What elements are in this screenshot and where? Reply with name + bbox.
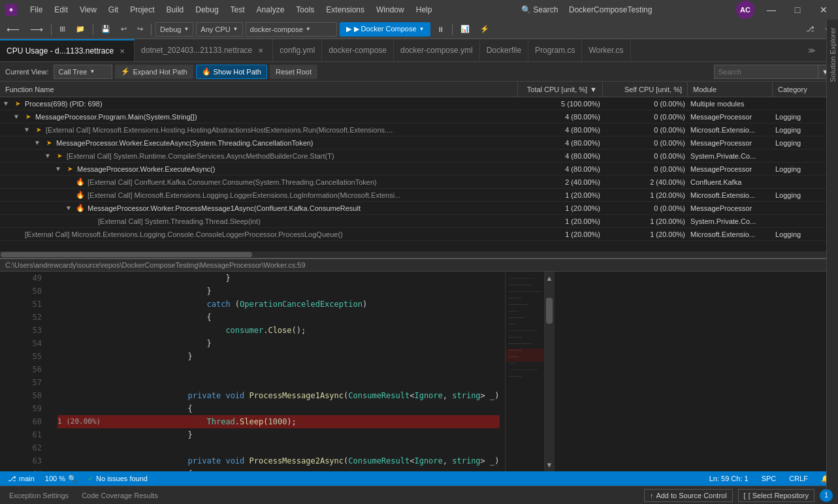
th-self-cpu[interactable]: Self CPU [unit, %] <box>603 82 688 97</box>
table-scrollbar-thumb[interactable] <box>1 252 252 257</box>
table-row[interactable]: ▼ ➤ [External Call] System.Runtime.Compi… <box>0 150 838 163</box>
tab-close-cpu[interactable]: ✕ <box>117 46 127 56</box>
tab-cpu-usage[interactable]: CPU Usage - d...1133.nettrace ✕ <box>0 39 135 61</box>
tab-dotnet[interactable]: dotnet_202403...21133.nettrace ✕ <box>135 39 273 61</box>
undo-button[interactable]: ↩ <box>117 22 131 37</box>
scroll-down-button[interactable]: ▼ <box>545 458 553 471</box>
project-dropdown[interactable]: docker-compose ▼ <box>246 22 337 37</box>
run-button[interactable]: ▶ ▶ Docker Compose ▼ <box>340 22 431 37</box>
tab-dockerfile[interactable]: Dockerfile <box>480 39 528 61</box>
menu-file[interactable]: File <box>25 4 48 16</box>
table-row[interactable]: ▼ ➤ [External Call] Microsoft.Extensions… <box>0 123 838 136</box>
close-button[interactable]: ✕ <box>814 1 833 19</box>
scroll-up-button[interactable]: ▲ <box>545 272 553 285</box>
menu-analyze[interactable]: Analyze <box>251 4 290 16</box>
expand-hot-path-button[interactable]: ⚡ Expand Hot Path <box>115 65 193 79</box>
tab-overflow-button[interactable]: ≫ <box>803 39 821 61</box>
svg-rect-1 <box>509 285 532 285</box>
table-scrollbar[interactable] <box>0 251 838 258</box>
code-line[interactable]: 1 (20.00%) Thread.Sleep(1000); <box>57 415 500 428</box>
tab-close-dotnet[interactable]: ✕ <box>255 45 266 55</box>
th-total-cpu[interactable]: Total CPU [unit, %] ▼ <box>518 82 603 97</box>
td-function: ▼ ➤ MessageProcessor.Worker.ExecuteAsync… <box>0 165 518 174</box>
open-button[interactable]: 📁 <box>72 22 89 37</box>
exception-settings-link[interactable]: Exception Settings <box>5 490 73 501</box>
line-ending-item[interactable]: CRLF <box>786 471 811 486</box>
issues-item[interactable]: ✓ No issues found <box>85 471 150 486</box>
nav-forward-button[interactable]: ⟶ <box>26 22 47 37</box>
scroll-track[interactable] <box>545 285 553 458</box>
td-total: 5 (100.00%) <box>518 100 603 108</box>
tab-config[interactable]: config.yml <box>273 39 322 61</box>
save-button[interactable]: 💾 <box>97 22 114 37</box>
notification-badge[interactable]: 1 <box>820 489 833 502</box>
td-total: 4 (80.00%) <box>518 126 603 134</box>
table-row[interactable]: ▼ ➤ Process(698) (PID: 698) 5 (100.00%) … <box>0 97 838 110</box>
performance-button[interactable]: ⚡ <box>476 22 493 37</box>
scroll-thumb[interactable] <box>546 298 553 324</box>
maximize-button[interactable]: □ <box>788 1 807 19</box>
vertical-scrollbar[interactable]: ▲ ▼ <box>544 272 555 471</box>
tab-program-cs[interactable]: Program.cs <box>528 39 582 61</box>
fn-type-icon: ➤ <box>55 151 64 161</box>
select-repository-button[interactable]: [ [ Select Repository <box>738 489 814 502</box>
new-project-button[interactable]: ⊞ <box>56 22 69 37</box>
expand-icon[interactable]: ▼ <box>34 139 42 146</box>
platform-dropdown[interactable]: Any CPU ▼ <box>196 22 242 37</box>
table-row[interactable]: 🔥 [External Call] Confluent.Kafka.Consum… <box>0 176 838 189</box>
expand-icon[interactable]: ▼ <box>65 204 73 212</box>
th-function-name[interactable]: Function Name <box>0 82 518 97</box>
table-row[interactable]: ▼ ➤ MessageProcessor.Worker.ExecuteAsync… <box>0 136 838 150</box>
git-button[interactable]: ⎇ <box>802 22 818 37</box>
expand-icon[interactable]: ▼ <box>13 113 21 120</box>
table-row[interactable]: ▼ 🔥 MessageProcessor.Worker.ProcessMessa… <box>0 202 838 215</box>
line-col-item[interactable]: Ln: 59 Ch: 1 <box>707 471 751 486</box>
expand-icon[interactable]: ▼ <box>3 100 10 107</box>
encoding-item[interactable]: SPC <box>759 471 779 486</box>
pause-button[interactable]: ⏸ <box>433 22 448 37</box>
menu-git[interactable]: Git <box>103 4 123 16</box>
table-row[interactable]: ▼ ➤ MessageProcessor.Program.Main(System… <box>0 110 838 123</box>
menu-project[interactable]: Project <box>125 4 159 16</box>
tab-docker-compose-yml[interactable]: docker-compose.yml <box>394 39 480 61</box>
expand-icon[interactable]: ▼ <box>44 152 52 159</box>
table-row[interactable]: 🔥 [External Call] Microsoft.Extensions.L… <box>0 189 838 202</box>
git-status-item[interactable]: ⎇ main <box>5 471 37 486</box>
tab-label: Program.cs <box>535 46 575 55</box>
user-avatar[interactable]: AC <box>736 1 754 19</box>
view-dropdown[interactable]: Call Tree ▼ <box>54 65 112 79</box>
config-dropdown[interactable]: Debug ▼ <box>155 22 193 37</box>
code-coverage-link[interactable]: Code Coverage Results <box>78 490 162 501</box>
tab-worker-cs[interactable]: Worker.cs <box>582 39 630 61</box>
nav-back-button[interactable]: ⟵ <box>3 22 24 37</box>
redo-button[interactable]: ↪ <box>133 22 147 37</box>
show-hot-path-button[interactable]: 🔥 Show Hot Path <box>196 65 267 79</box>
solution-explorer-label[interactable]: Solution Explorer <box>829 22 837 87</box>
expand-icon[interactable]: ▼ <box>55 165 63 172</box>
zoom-value: 100 % <box>45 475 65 482</box>
expand-icon[interactable]: ▼ <box>24 126 31 133</box>
zoom-item[interactable]: 100 % 🔍 <box>42 471 80 486</box>
table-row[interactable]: [External Call] Microsoft.Extensions.Log… <box>0 228 838 241</box>
minimize-button[interactable]: — <box>762 1 781 19</box>
table-row[interactable]: ▼ ➤ MessageProcessor.Worker.ExecuteAsync… <box>0 163 838 176</box>
diagnostic-tools-button[interactable]: 📊 <box>457 22 474 37</box>
code-content[interactable]: } } catch (OperationCanceledException) {… <box>52 272 505 471</box>
menu-extensions[interactable]: Extensions <box>321 4 370 16</box>
tab-docker-compose[interactable]: docker-compose <box>322 39 394 61</box>
menu-tools[interactable]: Tools <box>291 4 319 16</box>
add-to-source-control-button[interactable]: ↑ Add to Source Control <box>644 489 733 502</box>
issues-text: No issues found <box>96 475 148 482</box>
reset-root-button[interactable]: Reset Root <box>270 65 317 79</box>
menu-build[interactable]: Build <box>161 4 189 16</box>
menu-window[interactable]: Window <box>371 4 410 16</box>
menu-edit[interactable]: Edit <box>49 4 73 16</box>
menu-test[interactable]: Test <box>225 4 250 16</box>
menu-view[interactable]: View <box>74 4 102 16</box>
menu-debug[interactable]: Debug <box>190 4 223 16</box>
profiler-search-input[interactable] <box>714 65 818 79</box>
fn-name: MessageProcessor.Worker.ProcessMessage1A… <box>88 204 361 212</box>
th-module[interactable]: Module <box>688 82 773 97</box>
table-row[interactable]: [External Call] System.Threading.Thread.… <box>0 215 838 228</box>
menu-help[interactable]: Help <box>411 4 438 16</box>
